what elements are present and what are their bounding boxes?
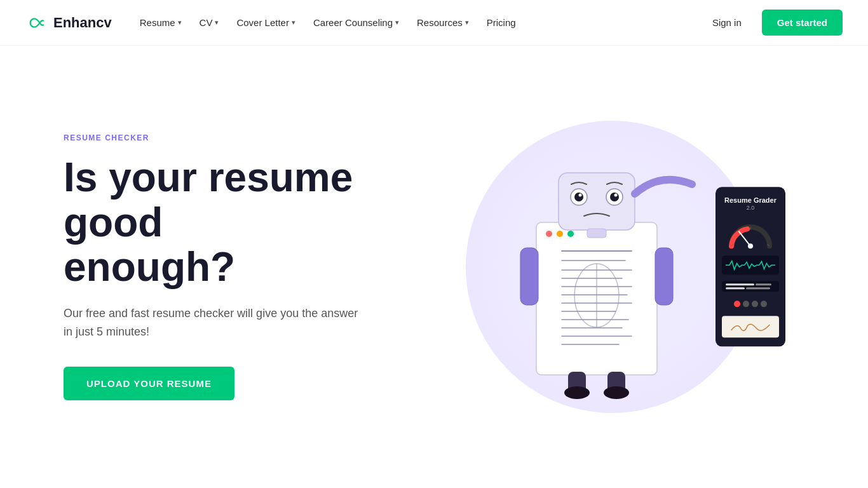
- dot-red: [734, 301, 740, 308]
- svg-point-30: [564, 386, 590, 399]
- resume-grader-box: Resume Grader 2.0: [715, 187, 785, 346]
- logo[interactable]: Enhancv: [25, 15, 112, 31]
- robot-character: [476, 133, 717, 400]
- section-label: RESUME CHECKER: [64, 133, 419, 142]
- hero-title: Is your resume good enough?: [64, 155, 419, 289]
- svg-rect-26: [520, 248, 538, 305]
- svg-point-1: [546, 231, 552, 237]
- svg-rect-25: [587, 229, 606, 238]
- chevron-down-icon: ▾: [292, 18, 295, 27]
- hero-content: RESUME CHECKER Is your resume good enoug…: [64, 133, 419, 400]
- svg-point-31: [604, 386, 629, 399]
- svg-point-21: [574, 193, 583, 201]
- svg-point-3: [567, 231, 574, 237]
- signature-box: [722, 316, 779, 338]
- sign-in-link[interactable]: Sign in: [702, 12, 752, 33]
- gauge-icon: [725, 218, 776, 250]
- line-row-2: [726, 288, 775, 290]
- gauge-container: [722, 218, 779, 250]
- svg-line-32: [739, 232, 750, 247]
- logo-icon: [25, 15, 48, 30]
- status-dots: [722, 299, 779, 310]
- nav-career-counseling[interactable]: Career Counseling ▾: [306, 12, 407, 33]
- svg-rect-27: [655, 248, 673, 305]
- chevron-down-icon: ▾: [178, 18, 182, 27]
- svg-point-23: [578, 194, 581, 197]
- dot-dark-3: [761, 301, 767, 308]
- svg-point-2: [557, 231, 563, 237]
- grader-title: Resume Grader: [722, 196, 779, 205]
- svg-rect-18: [559, 173, 635, 230]
- grader-title-area: Resume Grader 2.0: [722, 196, 779, 211]
- signature-icon: [728, 320, 773, 334]
- nav-resume[interactable]: Resume ▾: [132, 12, 189, 33]
- waveform-icon: [726, 259, 775, 273]
- svg-point-33: [748, 244, 753, 249]
- line-row-1: [726, 284, 775, 286]
- hero-illustration: Resume Grader 2.0: [419, 102, 804, 432]
- nav-right: Sign in Get started: [702, 10, 843, 36]
- hero-section: RESUME CHECKER Is your resume good enoug…: [0, 46, 868, 488]
- logo-text: Enhancv: [53, 15, 112, 31]
- upload-resume-button[interactable]: UPLOAD YOUR RESUME: [64, 367, 234, 400]
- nav-left: Enhancv Resume ▾ CV ▾ Cover Letter ▾ Car…: [25, 12, 524, 33]
- svg-point-22: [610, 193, 619, 201]
- navigation: Enhancv Resume ▾ CV ▾ Cover Letter ▾ Car…: [0, 0, 868, 46]
- chevron-down-icon: ▾: [465, 18, 469, 27]
- chevron-down-icon: ▾: [215, 18, 219, 27]
- nav-cv[interactable]: CV ▾: [192, 12, 227, 33]
- data-lines: [722, 281, 779, 292]
- svg-point-24: [614, 194, 617, 197]
- nav-links: Resume ▾ CV ▾ Cover Letter ▾ Career Coun…: [132, 12, 524, 33]
- get-started-button[interactable]: Get started: [762, 10, 843, 36]
- waveform-display: [722, 256, 779, 275]
- chevron-down-icon: ▾: [395, 18, 399, 27]
- nav-resources[interactable]: Resources ▾: [409, 12, 477, 33]
- nav-cover-letter[interactable]: Cover Letter ▾: [229, 12, 303, 33]
- hero-subtitle: Our free and fast resume checker will gi…: [64, 304, 369, 341]
- grader-version: 2.0: [722, 205, 779, 212]
- nav-pricing[interactable]: Pricing: [479, 12, 524, 33]
- dot-dark-2: [752, 301, 758, 308]
- dot-dark-1: [743, 301, 749, 308]
